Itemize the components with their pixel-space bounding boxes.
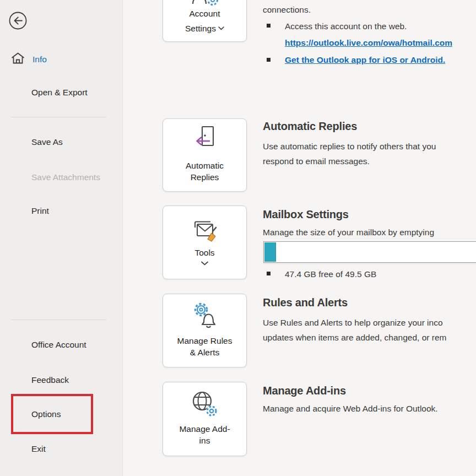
rules-alerts-icon: [163, 300, 246, 331]
mailbox-settings-desc: Manage the size of your mailbox by empty…: [263, 227, 434, 238]
get-outlook-app-link[interactable]: Get the Outlook app for iOS or Android.: [285, 55, 445, 66]
sidebar-divider: [11, 320, 106, 320]
sidebar-item-exit[interactable]: Exit: [31, 443, 46, 455]
mailbox-storage-bar: [263, 241, 476, 263]
sidebar-item-options[interactable]: Options: [31, 409, 61, 420]
mailbox-tools-icon: [163, 218, 246, 244]
bullet-icon: [267, 24, 271, 28]
outlook-backstage-info-page: Info Open & Export Save As Save Attachme…: [0, 0, 476, 476]
manage-addins-button[interactable]: Manage Add-ins: [163, 382, 247, 456]
chevron-down-icon: [163, 261, 246, 266]
mailbox-settings-title: Mailbox Settings: [263, 208, 349, 221]
account-info-wrapped-line: connections.: [263, 4, 311, 15]
sidebar-item-save-as[interactable]: Save As: [31, 137, 63, 148]
bullet-icon: [267, 272, 271, 275]
manage-addins-icon: [163, 389, 246, 420]
account-settings-label: Account Settings: [185, 9, 220, 33]
account-settings-button[interactable]: Account Settings: [163, 0, 247, 42]
mailbox-storage-used-fill: [264, 242, 276, 262]
rules-alerts-title: Rules and Alerts: [263, 296, 348, 309]
sidebar-item-info[interactable]: Info: [10, 52, 47, 67]
manage-addins-label: Manage Add-ins: [177, 423, 232, 446]
chevron-down-icon: [218, 23, 224, 32]
sidebar-item-office-account[interactable]: Office Account: [31, 339, 86, 350]
automatic-replies-button[interactable]: Automatic Replies: [163, 118, 247, 192]
bullet-icon: [267, 58, 271, 62]
manage-rules-alerts-button[interactable]: Manage Rules & Alerts: [163, 294, 247, 367]
mailbox-cleanup-tools-button[interactable]: Tools: [163, 205, 247, 279]
sidebar-item-info-label: Info: [33, 53, 47, 66]
automatic-replies-label: Automatic Replies: [175, 160, 235, 183]
account-settings-icon: [163, 0, 246, 6]
outlook-web-link[interactable]: https://outlook.live.com/owa/hotmail.com: [285, 37, 452, 48]
back-arrow-icon: [9, 22, 27, 31]
sidebar-divider: [11, 117, 106, 117]
manage-addins-desc: Manage and acquire Web Add-ins for Outlo…: [263, 403, 438, 414]
back-button[interactable]: [9, 12, 27, 30]
automatic-replies-icon: [163, 123, 246, 155]
home-icon: [10, 52, 25, 67]
rules-alerts-desc: Use Rules and Alerts to help organize yo…: [263, 315, 446, 345]
automatic-replies-title: Automatic Replies: [263, 120, 357, 133]
tools-label: Tools: [194, 247, 214, 258]
mailbox-storage-text: 47.4 GB free of 49.5 GB: [285, 269, 376, 280]
sidebar-item-save-attachments[interactable]: Save Attachments: [31, 172, 100, 183]
manage-rules-alerts-label: Manage Rules & Alerts: [174, 335, 236, 358]
sidebar-item-feedback[interactable]: Feedback: [31, 375, 69, 386]
sidebar-item-open-export[interactable]: Open & Export: [31, 87, 88, 98]
access-web-text: Access this account on the web.: [285, 21, 407, 32]
backstage-sidebar: Info Open & Export Save As Save Attachme…: [0, 0, 123, 476]
automatic-replies-desc: Use automatic replies to notify others t…: [263, 139, 436, 169]
sidebar-item-print[interactable]: Print: [31, 205, 49, 217]
manage-addins-title: Manage Add-ins: [263, 385, 346, 397]
